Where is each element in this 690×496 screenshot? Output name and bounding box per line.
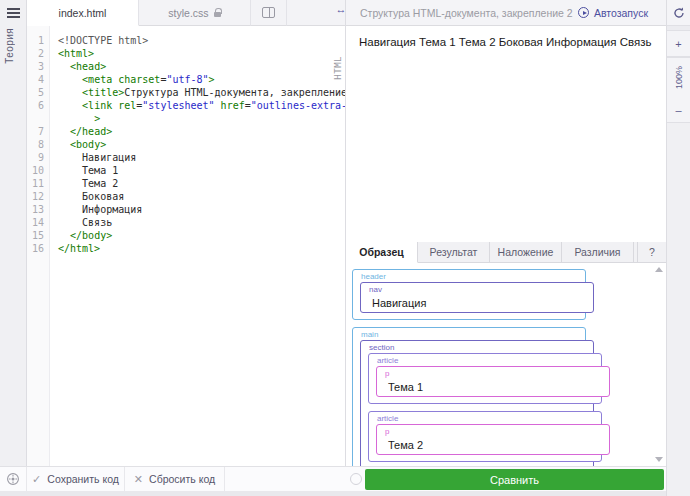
outline-tag-label: article <box>377 414 594 423</box>
bottom-toolbar: ✓ Сохранить код ✕ Сбросить код Сравнить <box>0 466 666 491</box>
outline-box-section: sectionarticlepТема 1articlepТема 2 <box>360 340 594 466</box>
outline-box-p: pТема 1 <box>376 366 610 397</box>
save-code-button[interactable]: ✓ Сохранить код <box>27 467 125 491</box>
code-line: <body> <box>58 138 345 151</box>
editor-gutter: 12345678910111213141516 <box>27 26 50 466</box>
scroll-up-icon[interactable] <box>655 267 663 272</box>
line-number <box>27 112 49 125</box>
code-line: > <box>58 112 345 125</box>
line-number: 7 <box>27 125 49 138</box>
panel-resize-handle-icon[interactable]: ↔ <box>331 3 351 19</box>
zoom-level[interactable]: 100% <box>667 57 690 97</box>
code-editor-panel: index.html style.css 1234567891011121314… <box>27 0 345 466</box>
tab-sample[interactable]: Образец <box>346 242 418 263</box>
tab-label: style.css <box>168 7 208 19</box>
code-line: <meta charset="utf-8"> <box>58 73 345 86</box>
outline-box-text: Тема 2 <box>384 437 602 452</box>
zoom-in-button[interactable]: + <box>667 31 690 57</box>
page-title: Структура HTML-документа, закрепление 2 <box>346 7 578 19</box>
outline-box-p: pТема 2 <box>376 424 610 455</box>
line-number: 9 <box>27 151 49 164</box>
code-line: </html> <box>58 242 345 255</box>
outline-box-article: articlepТема 2 <box>368 411 602 462</box>
tab-index-html[interactable]: index.html <box>27 0 139 26</box>
compare-button[interactable]: Сравнить <box>365 469 664 490</box>
tab-label: index.html <box>59 7 107 19</box>
outline-tag-label: header <box>361 272 578 281</box>
code-line: Тема 1 <box>58 164 345 177</box>
cross-icon: ✕ <box>134 473 143 486</box>
sample-outline-view: headernavНавигацияmainsectionarticlepТем… <box>346 263 666 466</box>
code-line: <head> <box>58 60 345 73</box>
gear-icon <box>6 472 20 486</box>
outline-box-nav: navНавигация <box>360 282 594 313</box>
tab-style-css[interactable]: style.css <box>139 0 251 26</box>
line-number: 12 <box>27 190 49 203</box>
editor-body: 12345678910111213141516 <!DOCTYPE html><… <box>27 26 345 466</box>
settings-button[interactable] <box>0 467 27 491</box>
zoom-out-button[interactable]: – <box>667 97 690 123</box>
code-lines[interactable]: <!DOCTYPE html><html> <head> <meta chars… <box>51 26 345 466</box>
refresh-button[interactable] <box>667 0 690 26</box>
outline-tag-label: main <box>361 330 578 339</box>
tab-overlay[interactable]: Наложение <box>490 242 562 263</box>
reset-code-label: Сбросить код <box>149 473 215 485</box>
code-line: </head> <box>58 125 345 138</box>
preview-panel: Структура HTML-документа, закрепление 2 … <box>345 0 666 466</box>
code-line: </body> <box>58 229 345 242</box>
code-line: Информация <box>58 203 345 216</box>
code-line: <html> <box>58 47 345 60</box>
outline-tag-label: section <box>369 343 586 352</box>
status-circle-icon <box>350 473 362 485</box>
zoom-rail: + 100% – <box>666 0 690 496</box>
code-line: Связь <box>58 216 345 229</box>
preview-text: Навигация Тема 1 Тема 2 Боковая Информац… <box>359 36 651 48</box>
editor-tabbar: index.html style.css <box>27 0 345 26</box>
line-number: 15 <box>27 229 49 242</box>
lock-icon <box>214 12 221 17</box>
line-number: 8 <box>27 138 49 151</box>
sample-scrollbar[interactable] <box>654 265 663 464</box>
outline-box-header: headernavНавигация <box>352 269 586 320</box>
outline-box-article: articlepТема 1 <box>368 353 602 404</box>
reset-code-button[interactable]: ✕ Сбросить код <box>125 467 225 491</box>
line-number: 4 <box>27 73 49 86</box>
check-icon: ✓ <box>32 473 41 486</box>
outline-tag-label: nav <box>369 285 586 294</box>
line-number: 3 <box>27 60 49 73</box>
line-number: 14 <box>27 216 49 229</box>
line-number: 2 <box>27 47 49 60</box>
tab-result[interactable]: Результат <box>418 242 490 263</box>
line-number: 6 <box>27 99 49 112</box>
line-number: 5 <box>27 86 49 99</box>
line-number: 1 <box>27 34 49 47</box>
left-sidebar: Теория <box>0 0 27 466</box>
save-code-label: Сохранить код <box>47 473 119 485</box>
autorun-button[interactable]: Автозапуск <box>578 7 666 19</box>
outline-box-text: Тема 1 <box>384 379 602 394</box>
scroll-down-icon[interactable] <box>655 457 663 462</box>
tab-diff[interactable]: Различия <box>562 242 634 263</box>
split-view-button[interactable] <box>251 0 287 26</box>
line-number: 11 <box>27 177 49 190</box>
outline-tag-label: p <box>385 369 602 378</box>
refresh-icon <box>673 7 685 19</box>
app-window: Теория index.html style.css 123456789101… <box>0 0 690 496</box>
outline-tag-label: article <box>377 356 594 365</box>
code-line: Тема 2 <box>58 177 345 190</box>
code-line: <link rel="stylesheet" href="outlines-ex… <box>58 99 345 112</box>
code-line: <title>Структура HTML-документа, закрепл… <box>58 86 345 99</box>
line-number: 13 <box>27 203 49 216</box>
line-number: 16 <box>27 242 49 255</box>
browser-bar: Структура HTML-документа, закрепление 2 … <box>346 0 666 26</box>
sample-tree-root: headernavНавигацияmainsectionarticlepТем… <box>352 269 660 466</box>
help-button[interactable]: ? <box>637 242 666 263</box>
play-icon <box>578 7 589 18</box>
rendered-preview: Навигация Тема 1 Тема 2 Боковая Информац… <box>346 26 666 242</box>
autorun-label: Автозапуск <box>594 7 648 19</box>
split-view-icon <box>262 7 275 18</box>
code-line: Навигация <box>58 151 345 164</box>
menu-icon[interactable] <box>7 8 20 18</box>
sidebar-item-theory[interactable]: Теория <box>4 28 15 64</box>
language-badge: HTML <box>332 52 344 84</box>
